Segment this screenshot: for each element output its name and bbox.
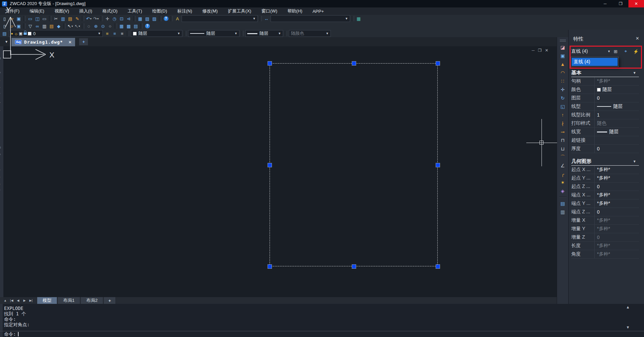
dropdown-arrow-icon[interactable]: ▾ xyxy=(78,25,80,28)
property-row[interactable]: 角度 *多种* xyxy=(571,250,639,259)
dim-style-combo[interactable]: ▼ xyxy=(271,15,350,22)
command-input[interactable]: 命令: xyxy=(0,331,644,337)
pan-icon[interactable]: ✛ xyxy=(104,15,111,22)
property-row[interactable]: 句柄 *多种* xyxy=(571,77,639,86)
lineweight-combo[interactable]: 随层 ▼ xyxy=(245,30,283,37)
break-point-icon[interactable]: ⊓ xyxy=(559,136,567,144)
property-row[interactable]: 端点 Z ... 0 xyxy=(571,208,639,216)
menu-modify[interactable]: 修改(M) xyxy=(197,8,223,14)
selection-grip[interactable] xyxy=(436,264,440,269)
property-row[interactable]: 图层 0 xyxy=(571,94,639,102)
join-icon[interactable]: ⌒ xyxy=(559,153,567,161)
group-manager-icon[interactable]: ▩ xyxy=(125,23,132,29)
selection-grip[interactable] xyxy=(436,163,440,167)
grips-icon[interactable]: ↖ ▾ xyxy=(74,23,81,29)
linetype-combo[interactable]: 随层 ▼ xyxy=(188,30,239,37)
rotate-icon[interactable]: ↻ xyxy=(559,94,567,102)
layout-tab-new-layout[interactable]: + xyxy=(104,297,115,304)
lasso-icon[interactable]: ◌ xyxy=(85,23,92,29)
offset-icon[interactable]: ◠ xyxy=(559,68,567,77)
menu-format[interactable]: 格式(O) xyxy=(97,8,123,14)
layout-tab-model[interactable]: 模型 xyxy=(37,297,57,304)
color-combo[interactable]: 随层 ▼ xyxy=(131,30,182,37)
close-button[interactable]: ✕ xyxy=(628,0,644,7)
layer-states-icon[interactable]: ▧ xyxy=(144,15,151,22)
property-row[interactable]: 厚度 0 xyxy=(571,145,639,153)
expand-command-button[interactable]: ▲ xyxy=(2,299,8,302)
property-row[interactable]: 打印样式 随色 xyxy=(571,119,639,128)
section-geometry-header[interactable]: 几何图形 ▼ xyxy=(571,158,639,166)
clipped-toolbar-icon[interactable]: ○ xyxy=(0,137,3,143)
design-center-icon[interactable]: ▤ xyxy=(132,23,139,29)
clipped-toolbar-icon[interactable]: ╱ xyxy=(0,159,3,165)
child-minimize-button[interactable]: ─ xyxy=(532,48,535,53)
dropdown-arrow-icon[interactable]: ▾ xyxy=(90,17,91,20)
menu-window[interactable]: 窗口(W) xyxy=(256,8,282,14)
menu-insert[interactable]: 插入(I) xyxy=(74,8,97,14)
clipped-toolbar-icon[interactable]: ▱ xyxy=(0,182,3,188)
chevron-down-icon[interactable]: ▼ xyxy=(607,50,611,53)
child-restore-button[interactable]: ❐ xyxy=(538,48,542,53)
layout-tab-layout2[interactable]: 布局2 xyxy=(81,297,103,304)
maximize-button[interactable]: ❐ xyxy=(613,0,628,7)
layout-tab-layout1[interactable]: 布局1 xyxy=(58,297,80,304)
explode-icon[interactable]: ✶ xyxy=(559,178,567,187)
selection-grip[interactable] xyxy=(268,264,272,269)
layer-properties-icon[interactable]: ▦ xyxy=(137,15,144,22)
dropdown-arrow-icon[interactable]: ▾ xyxy=(71,25,73,28)
clipped-toolbar-icon[interactable]: ▱ xyxy=(0,85,3,91)
zoom-in-icon[interactable]: ⊕ xyxy=(92,23,99,29)
undo-icon[interactable]: ↶ ▾ xyxy=(85,15,92,22)
property-row[interactable]: 端点 Y ... *多种* xyxy=(571,199,639,208)
clipped-toolbar-icon[interactable]: ○ xyxy=(0,63,3,69)
layer-isolate-icon[interactable]: ≡ xyxy=(118,31,126,36)
fillet-icon[interactable]: ╭ xyxy=(559,170,567,178)
clipped-toolbar-icon[interactable]: ∿ xyxy=(0,174,3,180)
new-drawing-tab-button[interactable]: + xyxy=(79,38,88,45)
plotstyle-combo[interactable]: 随颜色 ▼ xyxy=(289,30,331,37)
property-row[interactable]: 增量 X *多种* xyxy=(571,216,639,225)
zoom-object-icon[interactable]: ⊙ xyxy=(99,23,107,29)
clipped-toolbar-icon[interactable]: ◇ xyxy=(0,107,3,113)
selection-grip[interactable] xyxy=(268,61,272,66)
menu-dimension[interactable]: 标注(N) xyxy=(172,8,197,14)
stretch-icon[interactable]: ↑ xyxy=(559,111,567,119)
draworder-front-icon[interactable]: ▤ xyxy=(559,199,567,208)
menu-draw[interactable]: 绘图(D) xyxy=(147,8,172,14)
clipped-toolbar-icon[interactable]: ▭ xyxy=(0,144,3,150)
property-row[interactable]: 起点 X ... *多种* xyxy=(571,166,639,174)
zoom-window-icon[interactable]: ⊡ xyxy=(118,15,125,22)
zoom-realtime-icon[interactable]: ◷ xyxy=(111,15,118,22)
array-icon[interactable]: ∷ xyxy=(559,77,567,85)
dropdown-arrow-icon[interactable]: ▾ xyxy=(97,17,98,20)
property-row[interactable]: 长度 *多种* xyxy=(571,242,639,250)
break-icon[interactable]: ⊔ xyxy=(559,144,567,153)
move-icon[interactable]: ✛ xyxy=(559,85,567,94)
chamfer-icon[interactable]: ∠ xyxy=(559,161,567,170)
paste-icon[interactable]: ▤ xyxy=(67,15,74,22)
chevron-down-icon[interactable]: ▼ xyxy=(234,32,237,35)
property-row[interactable]: 线型 随层 xyxy=(571,102,639,111)
help-icon[interactable]: ? xyxy=(162,15,169,22)
erase-icon[interactable]: ◪ xyxy=(559,43,567,51)
clipped-toolbar-icon[interactable]: ⌒ xyxy=(0,189,3,195)
zoom-previous-icon[interactable]: ⊲ xyxy=(125,15,132,22)
chevron-down-icon[interactable]: ▼ xyxy=(278,32,281,35)
clipped-toolbar-icon[interactable]: □ xyxy=(0,122,3,128)
table-style-icon[interactable]: ▦ xyxy=(355,15,362,22)
property-row[interactable]: 超链接 xyxy=(571,136,639,145)
property-row[interactable]: 线宽 随层 xyxy=(571,128,639,136)
magnifier-icon[interactable]: ○ xyxy=(107,23,114,29)
chevron-down-icon[interactable]: ▼ xyxy=(326,32,329,35)
toggle-pickadd-button[interactable]: ⚡ xyxy=(631,48,640,55)
clipped-toolbar-icon[interactable]: ◇ xyxy=(0,167,3,173)
minimize-button[interactable]: ─ xyxy=(597,0,613,7)
prev-layout-button[interactable]: ◀ xyxy=(15,299,21,302)
selection-grip[interactable] xyxy=(436,61,440,66)
clipped-toolbar-icon[interactable]: ∿ xyxy=(0,77,3,83)
first-layout-button[interactable]: |◀ xyxy=(8,299,15,302)
command-window[interactable]: EXPLODE找到 1 个命令:指定对角点: ▲ ▼ 命令: xyxy=(0,304,644,337)
menu-help[interactable]: 帮助(H) xyxy=(282,8,307,14)
mirror-icon[interactable]: ▲ xyxy=(559,60,567,68)
dim-style-icon[interactable]: ↔ xyxy=(263,15,270,22)
